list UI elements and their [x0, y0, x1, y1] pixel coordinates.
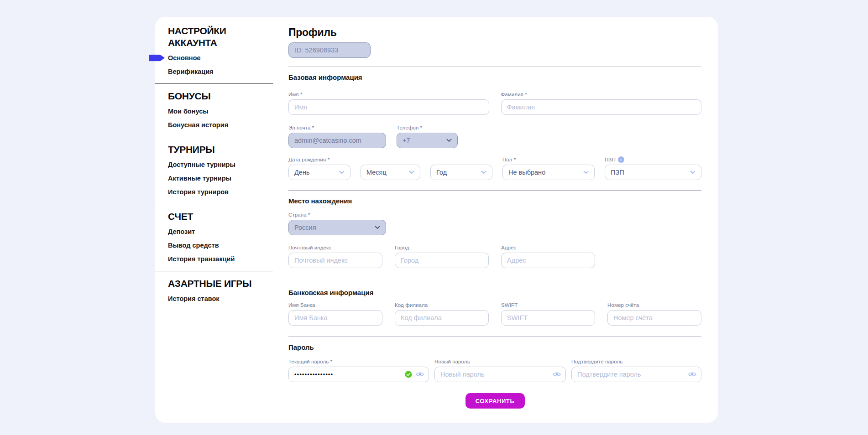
sidebar-item-label: Доступные турниры [168, 161, 235, 168]
chevron-down-icon [446, 139, 452, 142]
sidebar-divider [155, 204, 273, 204]
account-number-field: Номер счёта [607, 302, 701, 326]
new-password-label: Новый пароль [434, 358, 566, 365]
section-title-basic-info: Базовая информация [288, 73, 701, 81]
phone-label: Телефон * [397, 124, 458, 131]
page: НАСТРОЙКИ АККАУНТА Основное Верификация … [0, 0, 868, 435]
birth-day-select[interactable]: День [288, 165, 350, 180]
birth-year-select[interactable]: Год [430, 165, 492, 180]
new-password-input[interactable] [434, 367, 566, 382]
branch-code-input[interactable] [395, 310, 489, 326]
address-row: Почтовый индекс Город Адрес [288, 244, 701, 268]
swift-label: SWIFT [501, 302, 595, 308]
birth-year-field: Год [430, 156, 492, 180]
address-input[interactable] [501, 253, 595, 268]
sidebar-item-active-tournaments[interactable]: Активные турниры [168, 173, 288, 183]
sidebar-item-main[interactable]: Основное [168, 53, 288, 63]
sidebar-item-verification[interactable]: Верификация [168, 67, 288, 77]
password-row: Текущий пароль * [288, 358, 701, 382]
new-password-wrap [434, 367, 566, 382]
country-value: Россия [294, 224, 316, 231]
active-item-arrow-icon [149, 55, 165, 62]
postal-code-input[interactable] [288, 253, 382, 268]
sidebar-section-bonuses: БОНУСЫ Мои бонусы Бонусная история [168, 90, 288, 130]
eye-icon[interactable] [553, 372, 561, 377]
email-label: Эл.почта * [288, 124, 386, 131]
sidebar-section-tournaments: ТУРНИРЫ Доступные турниры Активные турни… [168, 144, 288, 197]
sidebar-item-available-tournaments[interactable]: Доступные турниры [168, 160, 288, 170]
birth-month-select[interactable]: Месяц [361, 165, 420, 180]
confirm-password-field: Подтвердите пароль [571, 358, 701, 382]
email-input [288, 133, 386, 148]
new-password-field: Новый пароль [434, 358, 566, 382]
swift-field: SWIFT [501, 302, 595, 326]
address-row-spacer [607, 244, 701, 268]
current-password-icons [405, 367, 424, 382]
swift-input[interactable] [501, 310, 595, 326]
sidebar-item-withdrawal[interactable]: Вывод средств [168, 240, 288, 250]
first-name-field: Имя * [288, 91, 489, 115]
first-name-input[interactable] [288, 99, 489, 115]
branch-code-field: Код филиала [395, 302, 489, 326]
sidebar: НАСТРОЙКИ АККАУНТА Основное Верификация … [155, 17, 288, 423]
current-password-field: Текущий пароль * [288, 358, 429, 382]
first-name-label: Имя * [288, 91, 489, 98]
sidebar-item-bonus-history[interactable]: Бонусная история [168, 120, 288, 130]
account-number-input[interactable] [607, 310, 701, 326]
profile-content: Профиль ID: 526906933 Базовая информация… [288, 17, 718, 423]
profile-id-badge: ID: 526906933 [288, 42, 371, 58]
eye-icon[interactable] [416, 372, 424, 377]
country-select: Россия [288, 220, 386, 235]
sidebar-item-deposit[interactable]: Депозит [168, 227, 288, 237]
sidebar-item-label: Депозит [168, 228, 195, 235]
sidebar-item-bet-history[interactable]: История ставок [168, 294, 288, 304]
branch-code-label: Код филиала [395, 302, 489, 308]
section-title-bank-info: Банковская информация [288, 289, 701, 296]
success-check-icon [405, 371, 412, 378]
chevron-down-icon [409, 171, 414, 174]
gender-select[interactable]: Не выбрано [502, 165, 595, 180]
phone-field: Телефон * +7 [397, 124, 458, 148]
chevron-down-icon [481, 171, 486, 174]
sidebar-heading-account-settings: НАСТРОЙКИ АККАУНТА [168, 25, 259, 49]
birth-month-field: Месяц [361, 156, 420, 180]
city-field: Город [395, 244, 489, 268]
birth-year-label-spacer [430, 156, 492, 163]
birth-day-value: День [294, 169, 309, 176]
gender-value: Не выбрано [508, 169, 545, 176]
save-button[interactable]: СОХРАНИТЬ [465, 393, 525, 409]
last-name-field: Фамилия * [501, 91, 702, 115]
sidebar-item-label: Бонусная история [168, 121, 228, 129]
info-icon[interactable]: i [618, 156, 624, 163]
sidebar-divider [155, 83, 273, 84]
city-label: Город [395, 244, 489, 251]
pzp-select[interactable]: ПЗП [605, 165, 701, 180]
sidebar-item-my-bonuses[interactable]: Мои бонусы [168, 106, 288, 116]
chevron-down-icon [375, 226, 380, 229]
bank-name-field: Имя Банка [288, 302, 382, 326]
confirm-password-input[interactable] [571, 367, 701, 382]
confirm-password-label: Подтвердите пароль [571, 358, 701, 365]
sidebar-divider [155, 271, 273, 271]
section-divider [288, 337, 701, 337]
last-name-label: Фамилия * [501, 91, 702, 98]
eye-icon[interactable] [688, 372, 696, 377]
sidebar-item-tournament-history[interactable]: История турниров [168, 187, 288, 197]
bank-name-input[interactable] [288, 310, 382, 326]
postal-code-label: Почтовый индекс [288, 244, 382, 251]
confirm-password-icons [688, 367, 696, 382]
sidebar-section-gambling: АЗАРТНЫЕ ИГРЫ История ставок [168, 278, 288, 304]
page-title: Профиль [288, 26, 701, 39]
pzp-value: ПЗП [611, 169, 624, 176]
country-field: Страна * Россия [288, 212, 386, 235]
section-title-location: Место нахождения [288, 197, 701, 205]
sidebar-heading-account: СЧЕТ [168, 211, 288, 223]
sidebar-item-transaction-history[interactable]: История транзакций [168, 254, 288, 264]
last-name-input[interactable] [501, 99, 702, 115]
city-input[interactable] [395, 253, 489, 268]
bank-name-label: Имя Банка [288, 302, 382, 308]
sidebar-divider [155, 137, 273, 137]
postal-code-field: Почтовый индекс [288, 244, 382, 268]
section-title-password: Пароль [288, 343, 701, 351]
sidebar-item-label: История транзакций [168, 255, 235, 263]
